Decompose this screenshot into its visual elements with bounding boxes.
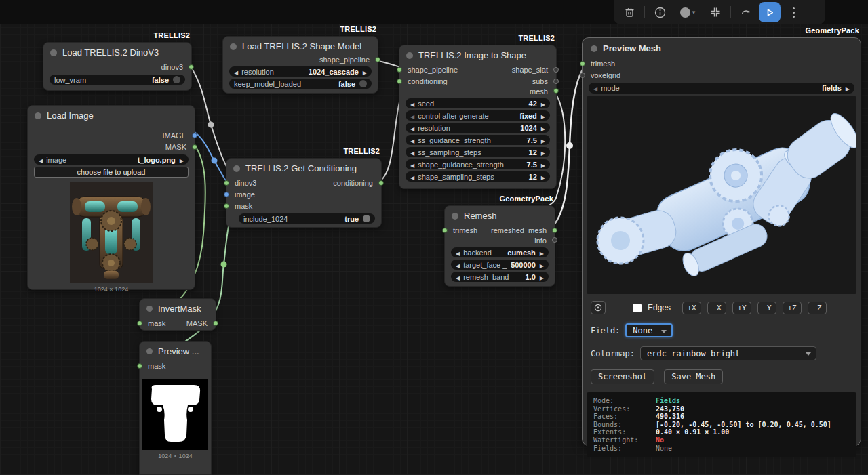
- info-icon[interactable]: [650, 3, 670, 22]
- collapse-dot-icon[interactable]: [452, 213, 458, 220]
- colormap-select[interactable]: erdc_rainbow_bright: [640, 346, 816, 360]
- port-row[interactable]: dinov3 conditioning: [226, 177, 381, 188]
- widget-control-after-generate[interactable]: control after generate fixed: [406, 110, 550, 121]
- node-title-bar[interactable]: Preview Mesh: [583, 38, 861, 58]
- node-load-image[interactable]: Load Image IMAGE MASK image t_logo.png c…: [27, 105, 195, 290]
- combo-left-arrow[interactable]: [456, 261, 463, 269]
- combo-right-arrow[interactable]: [842, 84, 850, 92]
- node-load-trellis2-dinov3[interactable]: TRELLIS2 Load TRELLIS.2 DinoV3 dinov3 lo…: [43, 42, 192, 91]
- combo-left-arrow[interactable]: [234, 68, 241, 76]
- port-dot[interactable]: [442, 228, 448, 233]
- combo-left-arrow[interactable]: [410, 148, 418, 157]
- widget-target-face[interactable]: target_face _ 500000: [451, 260, 549, 270]
- combo-right-arrow[interactable]: [536, 261, 544, 269]
- widget-include-1024[interactable]: include_1024 true: [239, 213, 375, 224]
- widget-mode[interactable]: mode fields: [589, 83, 854, 94]
- save-mesh-button[interactable]: Save Mesh: [664, 369, 723, 384]
- collapse-dot-icon[interactable]: [406, 52, 413, 59]
- queue-indicator-dropdown[interactable]: ▾: [673, 3, 703, 22]
- toggle-knob[interactable]: [173, 76, 180, 83]
- port-row[interactable]: mask MASK: [140, 317, 216, 329]
- port-dot[interactable]: [580, 73, 585, 78]
- trash-icon[interactable]: [619, 3, 639, 22]
- combo-right-arrow[interactable]: [537, 112, 545, 120]
- combo-right-arrow[interactable]: [537, 124, 545, 132]
- combo-right-arrow[interactable]: [536, 273, 544, 281]
- widget-low-vram[interactable]: low_vram false: [50, 75, 185, 85]
- combo-left-arrow[interactable]: [456, 249, 463, 257]
- combo-left-arrow[interactable]: [410, 100, 418, 108]
- port-dot[interactable]: [378, 180, 384, 186]
- node-graph-canvas[interactable]: { "toolbar": { "icons": ["trash", "info"…: [0, 0, 868, 475]
- port-dot[interactable]: [552, 228, 557, 233]
- widget-ss-guidance-strength[interactable]: ss_guidance_strength 7.5: [406, 135, 550, 145]
- toggle-knob[interactable]: [359, 80, 367, 87]
- port-dot[interactable]: [224, 180, 229, 186]
- edges-checkbox[interactable]: [633, 304, 642, 312]
- node-title-bar[interactable]: Load TRELLIS.2 DinoV3: [43, 43, 191, 61]
- combo-right-arrow[interactable]: [537, 173, 545, 181]
- combo-right-arrow[interactable]: [176, 156, 184, 164]
- axis-minus-x-button[interactable]: −X: [707, 302, 726, 314]
- mask-preview-image[interactable]: [142, 379, 208, 450]
- combo-left-arrow[interactable]: [593, 84, 601, 92]
- combo-right-arrow[interactable]: [536, 249, 544, 257]
- reset-view-button[interactable]: [591, 301, 606, 314]
- collapse-dot-icon[interactable]: [230, 43, 237, 50]
- fit-view-icon[interactable]: [705, 3, 726, 22]
- widget-seed[interactable]: seed 42: [406, 98, 550, 108]
- port-dot[interactable]: [553, 67, 559, 73]
- port-dot[interactable]: [397, 79, 402, 84]
- input-port-trimesh[interactable]: trimesh: [583, 58, 861, 69]
- widget-shape-sampling-steps[interactable]: shape_sampling_steps 12: [406, 171, 550, 182]
- combo-left-arrow[interactable]: [410, 136, 418, 144]
- node-remesh[interactable]: GeometryPack Remesh trimesh remeshed_mes…: [444, 205, 555, 287]
- node-load-trellis2-shape-model[interactable]: TRELLIS2 Load TRELLIS.2 Shape Model shap…: [222, 36, 378, 94]
- widget-image-file[interactable]: image t_logo.png: [34, 154, 189, 165]
- collapse-dot-icon[interactable]: [146, 306, 153, 312]
- port-dot[interactable]: [224, 203, 229, 209]
- node-title-bar[interactable]: Preview ...: [140, 342, 211, 360]
- axis-minus-y-button[interactable]: −Y: [757, 302, 776, 314]
- more-options-icon[interactable]: [783, 3, 804, 22]
- node-title-bar[interactable]: Remesh: [445, 206, 555, 224]
- node-preview-mask[interactable]: Preview ... mask 1024 × 1024: [139, 341, 212, 475]
- input-port-voxelgrid[interactable]: voxelgrid: [583, 69, 861, 81]
- port-row[interactable]: shape_pipeline shape_slat: [399, 64, 556, 75]
- axis-plus-z-button[interactable]: +Z: [783, 302, 802, 314]
- port-dot[interactable]: [580, 61, 585, 66]
- port-row[interactable]: trimesh remeshed_mesh: [445, 224, 555, 236]
- port-dot[interactable]: [137, 321, 142, 326]
- combo-left-arrow[interactable]: [456, 273, 463, 281]
- port-dot[interactable]: [224, 192, 229, 197]
- node-trellis2-get-conditioning[interactable]: TRELLIS2 TRELLIS.2 Get Conditioning dino…: [226, 158, 382, 228]
- combo-left-arrow[interactable]: [410, 173, 418, 181]
- axis-plus-y-button[interactable]: +Y: [732, 302, 751, 314]
- widget-shape-guidance-strength[interactable]: shape_guidance_strength 7.5: [406, 159, 550, 169]
- widget-remesh-band[interactable]: remesh_band 1.0: [451, 272, 549, 282]
- field-select[interactable]: None: [625, 323, 673, 337]
- port-row[interactable]: mesh: [399, 87, 556, 96]
- port-dot[interactable]: [397, 67, 402, 73]
- combo-left-arrow[interactable]: [410, 124, 418, 132]
- node-title-bar[interactable]: Load TRELLIS.2 Shape Model: [223, 37, 378, 55]
- widget-backend[interactable]: backend cumesh: [451, 247, 549, 257]
- node-title-bar[interactable]: TRELLIS.2 Image to Shape: [399, 45, 556, 64]
- widget-resolution[interactable]: resolution 1024_cascade: [229, 66, 372, 77]
- node-invert-mask[interactable]: InvertMask mask MASK: [139, 298, 216, 331]
- port-dot[interactable]: [553, 88, 559, 94]
- combo-right-arrow[interactable]: [537, 100, 545, 108]
- output-port-mask[interactable]: MASK: [28, 141, 195, 152]
- port-dot[interactable]: [553, 79, 559, 84]
- loaded-image-preview[interactable]: [70, 182, 153, 283]
- port-row[interactable]: image: [226, 188, 381, 200]
- port-dot[interactable]: [213, 321, 218, 326]
- combo-right-arrow[interactable]: [537, 148, 545, 157]
- mesh-viewport[interactable]: [587, 96, 856, 294]
- redo-icon[interactable]: [736, 3, 756, 22]
- collapse-dot-icon[interactable]: [146, 348, 153, 354]
- port-dot[interactable]: [192, 133, 197, 138]
- port-dot[interactable]: [552, 237, 557, 243]
- port-row[interactable]: conditioning subs: [399, 75, 556, 87]
- port-dot[interactable]: [192, 144, 197, 150]
